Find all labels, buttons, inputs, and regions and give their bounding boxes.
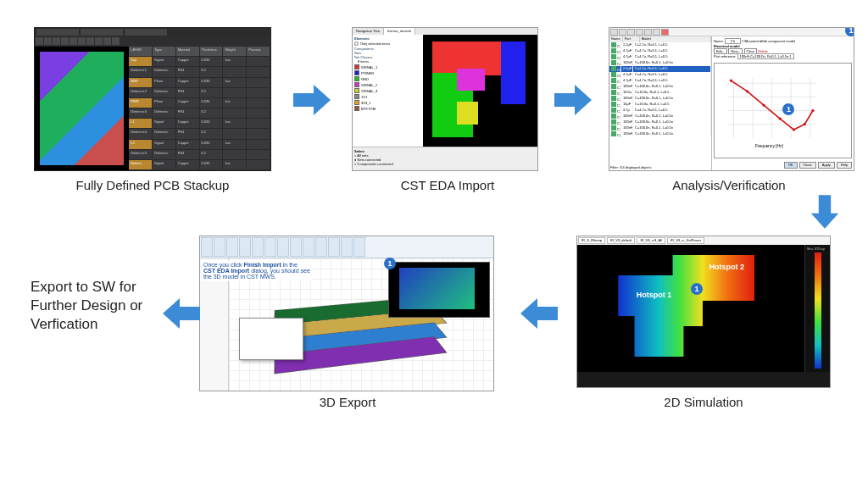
sim2d-tabs[interactable]: IR_S_IRtempIR_V3_defaultIR_V3_cr3_AllIR_… (577, 236, 830, 245)
hotspot1-label: Hotspot 1 (637, 291, 672, 299)
layer-item[interactable]: POWER (354, 70, 421, 75)
callout-badge-1: 1 (782, 103, 794, 115)
table-row[interactable]: GNDPlaneCopper0.0351oz (129, 78, 270, 88)
svg-marker-1 (554, 85, 592, 115)
ribbon[interactable] (200, 236, 493, 258)
list-row[interactable]: C164.7μC=4.7u, R=0.1, L=0.5 (609, 108, 711, 114)
svg-marker-0 (293, 85, 331, 115)
arrow-right-icon (293, 83, 331, 117)
help-button[interactable]: Help (837, 162, 852, 169)
layer-item[interactable]: 3V3_1 (354, 100, 421, 105)
table-row[interactable]: Dielectric4DielectricFR40.2 (129, 129, 270, 139)
analysis-form[interactable]: Name: C5 ☐Mounted ●Edit component model … (712, 36, 854, 61)
analysis-panel: Name Port Model C12.2μFC=2.2u, R=0.1, L=… (609, 27, 854, 171)
import-canvas[interactable] (423, 35, 537, 147)
list-row[interactable]: C94.7μFC=4.7u, R=0.1, L=0.5 (609, 72, 711, 78)
impedance-plot[interactable]: Frequency [Hz] 1 (714, 63, 852, 158)
svg-point-13 (762, 103, 765, 106)
layer-item[interactable]: SIGNAL_1 (354, 64, 421, 69)
svg-point-17 (811, 109, 814, 112)
list-row[interactable]: C18100nFC=100.0n, R=0.1, L=0.5n (609, 119, 711, 125)
list-row[interactable]: C1410μFC=10.0u, R=0.1, L=0.5 (609, 102, 711, 108)
table-header: LAYERTypeMaterialThicknessWeightProcess (129, 47, 270, 57)
import-bottom-opts[interactable]: Select ○ All nets ● Nets connected ○ Com… (353, 147, 537, 170)
sim2d-canvas[interactable]: Hotspot 1 Hotspot 2 1 (577, 245, 804, 372)
table-row[interactable]: BottomSignalCopper0.0351oz (129, 160, 270, 170)
sim2d-legend: Max IDDrop (804, 245, 830, 372)
stackup-panel: LAYERTypeMaterialThicknessWeightProcess … (34, 27, 271, 171)
svg-marker-19 (811, 195, 838, 229)
layer-item[interactable]: GND (354, 76, 421, 81)
caption-stackup: Fully Defined PCB Stackup (34, 178, 271, 192)
caption-export3d: 3D Export (229, 395, 466, 409)
eda-import-panel: Navigation Treethermo_remesh Elements On… (352, 27, 538, 171)
table-row[interactable]: Dielectric1DielectricFR40.2 (129, 67, 270, 77)
layer-item[interactable]: BOTTOM (354, 106, 421, 111)
table-row[interactable]: L1SignalCopper0.0351oz (129, 119, 270, 129)
callout-badge-1: 1 (691, 283, 703, 295)
analysis-toolbar[interactable] (609, 28, 854, 36)
list-row[interactable]: C4100nFC=100.0n, R=0.1, L=0.5n (609, 60, 711, 66)
svg-point-14 (779, 118, 782, 120)
arrow-left-icon (520, 297, 558, 330)
list-row[interactable]: C34.7μFC=4.7u, R=0.1, L=0.5 (609, 54, 711, 60)
sim2d-panel: IR_S_IRtempIR_V3_defaultIR_V3_cr3_AllIR_… (576, 236, 831, 388)
layer-item[interactable]: SIGNAL_3 (354, 88, 421, 93)
floating-dialog[interactable] (239, 318, 303, 360)
table-row[interactable]: Dielectric5DielectricFR40.2 (129, 150, 270, 160)
list-row[interactable]: C82.2μFC=2.2u, R=0.1, L=0.5 (609, 66, 711, 72)
svg-marker-21 (163, 298, 200, 329)
close-button[interactable]: Close (799, 162, 816, 169)
instruction-note: Once you click Finish Import in the CST … (202, 260, 312, 281)
arrow-right-icon (554, 83, 592, 117)
svg-point-11 (730, 79, 732, 81)
callout-badge-1: 1 (845, 27, 854, 36)
list-row[interactable]: C12.2μFC=2.2u, R=0.1, L=0.5 (609, 42, 711, 48)
svg-point-15 (793, 128, 795, 130)
callout-badge-1: 1 (384, 258, 396, 269)
caption-analysis: Analysis/Verification (610, 178, 848, 192)
list-row[interactable]: C1210.0uC=10.0u, R=0.1, L=0.5 (609, 90, 711, 96)
svg-point-12 (746, 90, 748, 92)
list-row[interactable]: C13100nFC=100.0n, R=0.1, L=0.5n (609, 96, 711, 102)
caption-sim2d: 2D Simulation (585, 395, 822, 409)
caption-import: CST EDA Import (329, 178, 566, 192)
import-tabs[interactable]: Navigation Treethermo_remesh (353, 28, 537, 35)
list-row[interactable]: C20100nFC=100.0n, R=0.1, L=0.5n (609, 131, 711, 137)
svg-text:Frequency [Hz]: Frequency [Hz] (755, 144, 783, 148)
list-row[interactable]: C19100nFC=100.0n, R=0.1, L=0.5n (609, 125, 711, 131)
list-header: Name Port Model (609, 36, 711, 42)
overlay-thumbnail: 1 (388, 262, 490, 318)
delete-icon[interactable] (661, 29, 669, 36)
component-list[interactable]: Name Port Model C12.2μFC=2.2u, R=0.1, L=… (609, 36, 712, 170)
apply-button[interactable]: Apply (818, 162, 835, 169)
stackup-board-view[interactable] (35, 47, 129, 170)
layer-item[interactable]: 1V1 (354, 94, 421, 99)
edit-button[interactable]: Edit... (714, 48, 727, 54)
table-row[interactable]: L2SignalCopper0.0351oz (129, 140, 270, 150)
list-row[interactable]: C104.7μFC=4.7u, R=0.1, L=0.5 (609, 78, 711, 84)
hotspot2-label: Hotspot 2 (709, 263, 744, 271)
ok-button[interactable]: OK (784, 162, 798, 169)
svg-marker-20 (520, 298, 558, 329)
dialog-buttons: OK Close Apply Help (712, 160, 854, 170)
list-row[interactable]: C11100nFC=100.0n, R=0.1, L=0.5n (609, 84, 711, 90)
stackup-table[interactable]: LAYERTypeMaterialThicknessWeightProcess … (129, 47, 270, 170)
nav-tree[interactable]: Elements Only selected items Components … (353, 35, 423, 147)
table-row[interactable]: TopSignalCopper0.0351oz (129, 57, 270, 67)
table-row[interactable]: Dielectric3DielectricFR40.2 (129, 108, 270, 119)
table-row[interactable]: Dielectric2DielectricFR40.2 (129, 88, 270, 98)
arrow-left-icon (163, 297, 200, 330)
stackup-tabs (35, 28, 270, 36)
layer-item[interactable]: SIGNAL_2 (354, 82, 421, 87)
arrow-down-icon (810, 193, 840, 230)
final-export-text: Export to SW for Further Design or Verfi… (31, 278, 166, 334)
list-row[interactable]: C24.7μFC=4.7u, R=0.1, L=0.5 (609, 48, 711, 54)
stackup-toolbar (35, 36, 270, 47)
export3d-panel: 1 Once you click Finish Import in the CS… (199, 236, 494, 391)
only-selected-check[interactable] (354, 42, 359, 46)
svg-point-16 (804, 123, 806, 125)
table-row[interactable]: PWRPlaneCopper0.0351oz (129, 98, 270, 108)
list-row[interactable]: C17100nFC=100.0n, R=0.1, L=0.5n (609, 114, 711, 119)
